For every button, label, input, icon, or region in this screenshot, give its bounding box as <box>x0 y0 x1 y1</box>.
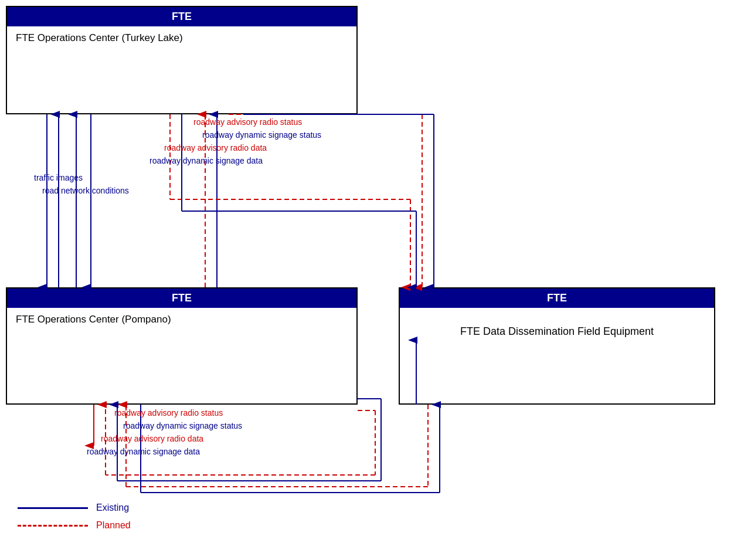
field-equipment-header: FTE <box>400 289 714 308</box>
legend: Existing Planned <box>18 503 131 531</box>
label-rar-status-top: roadway advisory radio status <box>193 117 302 127</box>
label-rds-status-bot: roadway dynamic signage status <box>123 421 242 430</box>
turkey-lake-body: FTE Operations Center (Turkey Lake) <box>7 26 356 50</box>
label-rds-data-top: roadway dynamic signage data <box>149 156 263 165</box>
turkey-lake-header: FTE <box>7 7 356 26</box>
label-rar-status-bot: roadway advisory radio status <box>114 408 223 418</box>
field-equipment-body: FTE Data Dissemination Field Equipment <box>400 308 714 344</box>
label-rar-data-top: roadway advisory radio data <box>164 143 267 152</box>
legend-solid-line <box>18 507 88 509</box>
legend-planned-label: Planned <box>96 520 131 531</box>
node-turkey-lake: FTE FTE Operations Center (Turkey Lake) <box>6 6 358 114</box>
label-rar-data-bot: roadway advisory radio data <box>101 434 203 443</box>
label-traffic-images: traffic images <box>34 173 83 182</box>
label-rds-data-bot: roadway dynamic signage data <box>87 447 200 456</box>
legend-existing: Existing <box>18 503 131 513</box>
legend-dashed-line <box>18 525 88 527</box>
legend-planned: Planned <box>18 520 131 531</box>
node-pompano: FTE FTE Operations Center (Pompano) <box>6 287 358 405</box>
node-field-equipment: FTE FTE Data Dissemination Field Equipme… <box>399 287 715 405</box>
legend-existing-label: Existing <box>96 503 129 513</box>
pompano-body: FTE Operations Center (Pompano) <box>7 308 356 331</box>
label-road-network: road network conditions <box>42 186 129 195</box>
pompano-header: FTE <box>7 289 356 308</box>
label-rds-status-top: roadway dynamic signage status <box>202 130 321 140</box>
diagram-container: FTE FTE Operations Center (Turkey Lake) … <box>0 0 734 560</box>
